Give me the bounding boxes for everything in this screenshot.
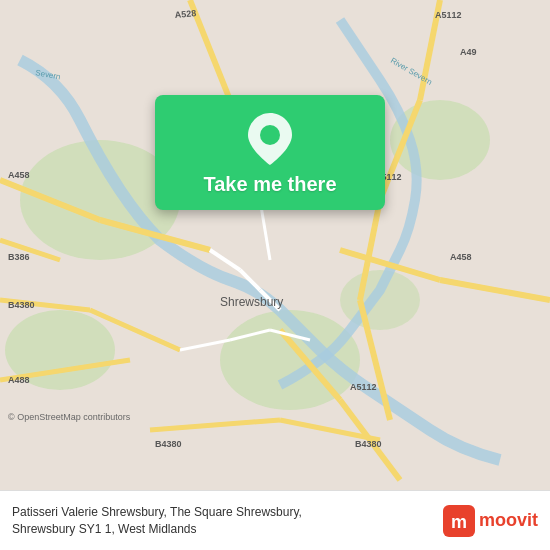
moovit-icon: m <box>443 505 475 537</box>
svg-text:A528: A528 <box>174 8 196 20</box>
moovit-text: moovit <box>479 510 538 531</box>
svg-text:A458: A458 <box>450 252 472 262</box>
svg-point-46 <box>260 125 280 145</box>
address-line1: Patisseri Valerie Shrewsbury, The Square… <box>12 505 302 519</box>
svg-text:A458: A458 <box>8 170 30 180</box>
svg-text:B4380: B4380 <box>155 439 182 449</box>
bottom-bar: Patisseri Valerie Shrewsbury, The Square… <box>0 490 550 550</box>
svg-text:A5112: A5112 <box>435 10 462 20</box>
take-me-there-button[interactable]: Take me there <box>203 173 336 196</box>
svg-text:A488: A488 <box>8 375 30 385</box>
svg-text:B4380: B4380 <box>355 439 382 449</box>
svg-text:B386: B386 <box>8 252 30 262</box>
svg-text:A49: A49 <box>460 47 477 57</box>
copyright-text: © OpenStreetMap contributors <box>8 412 130 422</box>
location-pin-icon <box>248 113 292 165</box>
svg-text:B4380: B4380 <box>8 300 35 310</box>
map-container: A528 A5112 A49 A458 A458 B386 B4380 A488… <box>0 0 550 490</box>
svg-text:A5112: A5112 <box>350 382 377 392</box>
location-card[interactable]: Take me there <box>155 95 385 210</box>
svg-text:m: m <box>451 512 467 532</box>
moovit-logo[interactable]: m moovit <box>443 505 538 537</box>
address-text: Patisseri Valerie Shrewsbury, The Square… <box>12 504 443 538</box>
address-line2: Shrewsbury SY1 1, West Midlands <box>12 522 197 536</box>
